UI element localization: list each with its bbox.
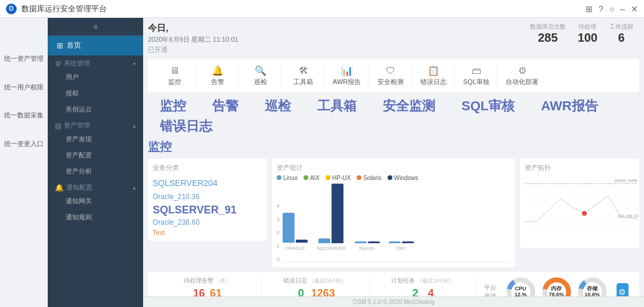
big-nav-awr[interactable]: AWR报告 (529, 97, 609, 115)
stats-row: 数据库总次数 285 待处理 100 工作流程 6 (530, 23, 633, 45)
grid-icon[interactable]: ⊞ (586, 4, 593, 14)
db-list: 业务分类 SQLSERVER204 Oracle_210.36 SQLSERVE… (148, 159, 267, 241)
bottom-stats-bar: 待处理告警 （条） 16 严重 61 警告 (148, 272, 639, 296)
nav-security[interactable]: 🛡 安全检测 (370, 63, 411, 89)
sidebar-label-sys: 系统管理 (64, 59, 90, 68)
cpu-value: CPU12.% (515, 286, 527, 296)
oracle-bar-2 (296, 240, 308, 243)
pending-alerts-values: 16 严重 61 警告 (159, 287, 256, 297)
tasks-values: 2 成功 4 失败 (374, 287, 472, 297)
storage-donut-container: 存储10.6% (576, 275, 609, 296)
sqlserver-bars (318, 184, 343, 243)
db-list-title: 业务分类 (153, 163, 262, 172)
nav-monitor-label: 监控 (168, 77, 181, 86)
nav-toolbox[interactable]: 🛠 工具箱 (283, 63, 324, 89)
sidebar-item-asset-dev[interactable]: 资产发现 (48, 131, 143, 147)
error-log-title: 错误日志 （最近24小时） (267, 277, 364, 285)
asset-topology-title: 资产拓扑 (525, 163, 634, 172)
sidebar-item-user[interactable]: 用户 (48, 69, 143, 85)
platform-res-title: 平台资源 (482, 284, 498, 297)
chevron-up-2-icon: ▴ (133, 185, 136, 191)
chart-legend: Linux AIX HP-UX Solaris Windows (277, 175, 510, 181)
big-nav-patrol[interactable]: 巡检 (253, 97, 303, 115)
mysql-bars (355, 241, 380, 243)
big-nav-monitor[interactable]: 监控 (148, 97, 198, 115)
sidebar-section-sys[interactable]: ⚙ 系统管理 ▾ (48, 55, 143, 69)
datetime: 2020年6月9日 星期二 11:10:01 (148, 35, 530, 44)
error-log-values: 0 严重 1263 普通 (267, 287, 364, 297)
content-area: 今日, 2020年6月9日 星期二 11:10:01 已开通 数据库总次数 28… (143, 18, 644, 307)
sidebar-section-asset[interactable]: ▤ 资产管理 ▴ (48, 117, 143, 131)
nav-sql[interactable]: 🗃 SQL审核 (456, 63, 497, 89)
sidebar-section-notify[interactable]: 🔔 通知配置 ▴ (48, 179, 143, 193)
app-title: 数据库运行安全管理平台 (21, 4, 107, 14)
window-controls: ⊞ ? ○ – ✕ (586, 4, 638, 14)
stat-pending-alerts: 待处理告警 （条） 16 严重 61 警告 (154, 277, 262, 297)
sidebar-item-asset-config[interactable]: 资产配置 (48, 147, 143, 163)
big-nav-errlog[interactable]: 错误日志 (148, 117, 224, 135)
left-text-1: 统一资产管理 (0, 54, 48, 64)
nav-toolbox-label: 工具箱 (293, 77, 313, 86)
db-sqlserver204[interactable]: SQLSERVER204 (153, 176, 262, 191)
nav-errlog[interactable]: 📋 错误日志 (413, 63, 454, 89)
online-info: 已开通 (148, 45, 530, 54)
monitor-icon: 🖥 (170, 66, 179, 76)
home-icon: ⊞ (57, 41, 63, 50)
nav-awr[interactable]: 📊 AWR报告 (326, 63, 369, 89)
nav-errlog-label: 错误日志 (420, 77, 447, 86)
alert-icon: 🔔 (212, 65, 224, 76)
nav-patrol[interactable]: 🔍 巡检 (240, 63, 281, 89)
db2-bar-1 (389, 241, 401, 243)
tasks-title: 计划任务 （最近24小时） (374, 277, 472, 285)
db-oracle238[interactable]: Oracle_238.60 (153, 216, 262, 230)
nav-deploy-label: 自动化部署 (506, 77, 538, 86)
big-nav-security[interactable]: 安全监测 (371, 97, 447, 115)
pending-alerts-title: 待处理告警 （条） (159, 277, 256, 285)
main-layout: 统一资产管理 统一用户权限 统一数据采集 统一变更入口 ≡ ⊞ 首页 ⚙ 系统管… (0, 18, 644, 307)
sidebar-item-asset-analysis[interactable]: 资产分析 (48, 163, 143, 179)
settings-button[interactable]: ⚙ (617, 283, 628, 297)
close-icon[interactable]: ✕ (631, 4, 638, 14)
left-text-3: 统一数据采集 (0, 110, 48, 121)
big-nav-sql[interactable]: SQL审核 (450, 97, 527, 115)
sidebar-label-home: 首页 (67, 41, 81, 51)
pending-alerts-val1: 16 严重 (193, 287, 205, 297)
bar-chart-y-axis: 4 3 2 1 0 (277, 203, 280, 262)
circle-icon[interactable]: ○ (609, 4, 614, 14)
sidebar-label-asset: 资产管理 (64, 121, 90, 130)
error-log-val1: 0 严重 (296, 287, 306, 297)
nav-monitor[interactable]: 🖥 监控 (154, 63, 196, 89)
big-nav-alert[interactable]: 告警 (200, 97, 250, 115)
nav-alert[interactable]: 🔔 告警 (197, 63, 239, 89)
sidebar-item-notify-rule[interactable]: 通知规则 (48, 209, 143, 225)
db-sqlserver91[interactable]: SQLSERVER_91 (153, 204, 262, 216)
error-log-val2: 1263 普通 (311, 287, 335, 297)
minimize-icon[interactable]: – (620, 4, 625, 14)
section-title-monitor: 监控 (148, 139, 639, 155)
stat-error-log: 错误日志 （最近24小时） 0 严重 1263 普通 (262, 277, 370, 297)
legend-aix: AIX (304, 175, 320, 181)
stat-db-label: 数据库总次数 (530, 23, 566, 31)
db-test[interactable]: Test (153, 229, 262, 236)
oracle-label: ORACLE (286, 246, 305, 251)
middle-column: 资产统计 Linux AIX HP-UX Solaris Windows 4 (272, 159, 515, 267)
stat-platform-res: 平台资源 CPU12.% (477, 275, 633, 296)
legend-solaris: Solaris (357, 175, 382, 181)
mysql-bar-2 (368, 241, 380, 243)
sidebar-item-home[interactable]: ⊞ 首页 (48, 36, 143, 55)
db2-bars (389, 241, 414, 243)
sidebar-item-cloud[interactable]: 美创运云 (48, 101, 143, 117)
help-icon[interactable]: ? (599, 4, 603, 14)
nav-auto-deploy[interactable]: ⚙ 自动化部署 (499, 63, 546, 89)
sidebar-item-auth[interactable]: 授权 (48, 85, 143, 101)
sidebar-item-notify-gw[interactable]: 通知网关 (48, 193, 143, 209)
big-nav-toolbox[interactable]: 工具箱 (305, 97, 369, 115)
db-oracle210[interactable]: Oracle_210.36 (153, 191, 262, 204)
nav-sql-label: SQL审核 (463, 77, 490, 86)
memory-donut: 内存78.6% (540, 275, 573, 296)
right-column: 资产拓扑 (520, 159, 639, 267)
footer-bar: OSM 5.1.0 © 2020 MeiChuang (143, 296, 644, 307)
sidebar: ≡ ⊞ 首页 ⚙ 系统管理 ▾ 用户 授权 美创运云 ▤ 资产管理 ▴ 资产发现… (48, 18, 143, 307)
left-text-panel: 统一资产管理 统一用户权限 统一数据采集 统一变更入口 (0, 18, 48, 307)
bar-group-oracle: ORACLE (283, 213, 308, 251)
